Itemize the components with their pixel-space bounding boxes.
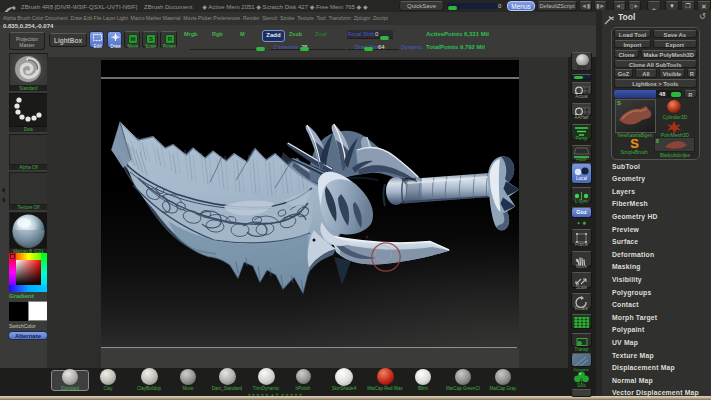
svg-text:Draw: Draw [110,44,121,49]
svg-text:Edit: Edit [94,44,103,49]
